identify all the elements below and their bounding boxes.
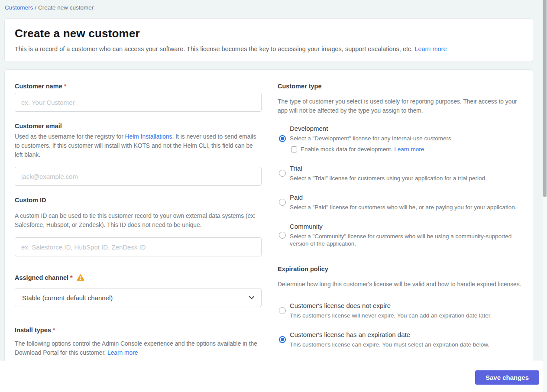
scrollbar-track[interactable] — [543, 0, 547, 392]
warning-icon — [77, 274, 84, 281]
chevron-down-icon — [249, 296, 254, 299]
breadcrumb-current: Create new customer — [38, 4, 94, 11]
mock-data-label-text: Enable mock data for development. — [301, 146, 392, 152]
scrollbar-thumb[interactable] — [543, 0, 547, 197]
breadcrumb-customers-link[interactable]: Customers — [5, 4, 33, 11]
radio-community[interactable] — [279, 232, 286, 239]
assigned-channel-select[interactable]: Stable (current default channel) — [15, 288, 262, 307]
customer-name-label-text: Customer name — [15, 83, 62, 90]
customer-name-label: Customer name * — [15, 83, 262, 90]
option-community-title: Community — [290, 223, 524, 230]
option-paid-description: Select a "Paid" license for customers wh… — [290, 204, 517, 211]
page-header-card: Create a new customer This is a record o… — [4, 18, 533, 62]
customer-form-card: Customer name * Customer email Used as t… — [4, 69, 533, 361]
page-description: This is a record of a customer who can a… — [15, 45, 523, 52]
assigned-channel-label-text: Assigned channel — [15, 274, 68, 281]
radio-trial[interactable] — [279, 170, 286, 177]
form-right-column: Customer type The type of customer you s… — [278, 83, 524, 361]
radio-no-expire[interactable] — [279, 307, 286, 314]
option-no-expire-description: This customer's license will never expir… — [290, 312, 492, 319]
customer-email-label-text: Customer email — [15, 123, 62, 130]
option-has-date-description: This customer's license can expire. You … — [290, 341, 489, 348]
required-asterisk: * — [53, 327, 55, 334]
custom-id-help: A custom ID can be used to tie this cust… — [15, 211, 262, 230]
option-development-description: Select a "Development" license for any i… — [290, 135, 453, 142]
assigned-channel-label: Assigned channel * — [15, 274, 262, 281]
mock-data-learn-more-link[interactable]: Learn more — [394, 146, 424, 152]
install-types-label: Install types * — [15, 327, 262, 334]
required-asterisk: * — [64, 83, 67, 90]
customer-email-help: Used as the username for the registry fo… — [15, 132, 262, 159]
customer-email-label: Customer email — [15, 123, 262, 130]
option-development-title: Development — [290, 125, 453, 132]
install-types-learn-more-link[interactable]: Learn more — [107, 350, 138, 356]
customer-type-help: The type of customer you select is used … — [278, 97, 524, 115]
customer-type-option-community: Community Select a "Community" license f… — [278, 223, 524, 247]
radio-paid[interactable] — [279, 199, 286, 206]
option-no-expire-title: Customer's license does not expire — [290, 302, 492, 309]
page-title: Create a new customer — [15, 27, 523, 40]
option-community-description: Select a "Community" license for custome… — [290, 233, 524, 247]
custom-id-label: Custom ID — [15, 197, 262, 204]
custom-id-input[interactable] — [15, 237, 262, 256]
option-trial-description: Select a "Trial" license for customers u… — [290, 175, 487, 182]
save-changes-button[interactable]: Save changes — [475, 370, 539, 385]
radio-has-expiration[interactable] — [279, 336, 286, 343]
expiration-option-has-date: Customer's license has an expiration dat… — [278, 331, 524, 348]
install-types-label-text: Install types — [15, 327, 51, 334]
option-body: Trial Select a "Trial" license for custo… — [290, 165, 487, 182]
customer-type-option-paid: Paid Select a "Paid" license for custome… — [278, 194, 524, 211]
expiration-policy-help: Determine how long this customer's licen… — [278, 280, 524, 289]
helm-installations-link[interactable]: Helm Installations — [125, 133, 172, 140]
mock-data-checkbox-label: Enable mock data for development. Learn … — [301, 146, 424, 152]
footer-bar: Save changes — [0, 361, 543, 392]
option-body: Development Select a "Development" licen… — [290, 125, 453, 152]
radio-development[interactable] — [279, 135, 286, 142]
expiration-policy-heading: Expiration policy — [278, 266, 524, 272]
custom-id-label-text: Custom ID — [15, 197, 46, 204]
option-body: Customer's license has an expiration dat… — [290, 331, 489, 348]
option-body: Paid Select a "Paid" license for custome… — [290, 194, 517, 211]
customer-type-option-development: Development Select a "Development" licen… — [278, 125, 524, 152]
option-body: Customer's license does not expire This … — [290, 302, 492, 319]
expiration-option-no-expire: Customer's license does not expire This … — [278, 302, 524, 319]
breadcrumb-separator: / — [35, 4, 36, 11]
header-learn-more-link[interactable]: Learn more — [414, 45, 447, 52]
customer-type-heading: Customer type — [278, 83, 524, 90]
mock-data-checkbox[interactable] — [291, 146, 297, 152]
form-left-column: Customer name * Customer email Used as t… — [15, 83, 262, 361]
page-description-text: This is a record of a customer who can a… — [15, 45, 413, 52]
option-paid-title: Paid — [290, 194, 517, 201]
customer-type-option-trial: Trial Select a "Trial" license for custo… — [278, 165, 524, 182]
option-trial-title: Trial — [290, 165, 487, 172]
required-asterisk: * — [70, 274, 73, 281]
install-types-help: The following options control the Admin … — [15, 339, 262, 357]
option-body: Community Select a "Community" license f… — [290, 223, 524, 247]
customer-email-help-pre: Used as the username for the registry fo… — [15, 133, 125, 140]
customer-name-input[interactable] — [15, 93, 262, 112]
customer-email-input[interactable] — [15, 167, 262, 186]
breadcrumb: Customers/Create new customer — [5, 4, 94, 11]
option-has-date-title: Customer's license has an expiration dat… — [290, 331, 489, 338]
assigned-channel-selected-value: Stable (current default channel) — [22, 294, 113, 301]
mock-data-check-row: Enable mock data for development. Learn … — [290, 146, 453, 152]
